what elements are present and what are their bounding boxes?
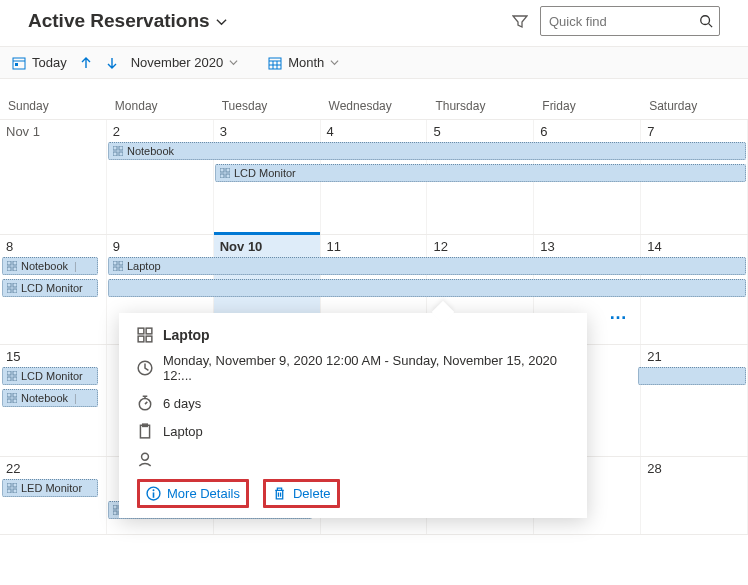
svg-rect-26 (7, 377, 11, 381)
delete-button[interactable]: Delete (263, 479, 340, 508)
event-label: LCD Monitor (234, 167, 296, 179)
svg-rect-28 (7, 393, 11, 397)
svg-rect-21 (119, 261, 123, 265)
grid-icon (7, 261, 17, 271)
svg-rect-5 (119, 146, 123, 150)
view-header: Active Reservations (0, 0, 748, 46)
more-details-label: More Details (167, 486, 240, 501)
calendar-event[interactable]: LED Monitor (2, 479, 98, 497)
event-label: Notebook (127, 145, 174, 157)
grid-icon (7, 483, 17, 493)
search-button[interactable] (696, 11, 716, 31)
today-button[interactable]: Today (12, 55, 67, 70)
event-label: LCD Monitor (21, 370, 83, 382)
weekday-label: Tuesday (214, 99, 321, 113)
calendar-event[interactable]: LCD Monitor (2, 279, 98, 297)
period-selector[interactable]: November 2020 (131, 55, 239, 70)
calendar-event[interactable]: Notebook| (2, 257, 98, 275)
svg-rect-41 (146, 328, 152, 334)
popup-item: Laptop (163, 424, 203, 439)
event-label: LED Monitor (21, 482, 82, 494)
svg-rect-38 (113, 511, 117, 515)
popup-title-row: Laptop (137, 327, 569, 343)
svg-rect-25 (13, 371, 17, 375)
popup-duration-row: 6 days (137, 395, 569, 411)
weekday-label: Sunday (0, 99, 107, 113)
grid-icon (7, 393, 17, 403)
grid-icon (113, 146, 123, 156)
svg-rect-36 (113, 505, 117, 509)
svg-rect-20 (113, 261, 117, 265)
svg-rect-8 (220, 168, 224, 172)
svg-point-50 (153, 489, 155, 491)
day-number: 11 (327, 239, 341, 254)
calendar-event[interactable]: LCD Monitor (2, 367, 98, 385)
calendar-week: Nov 1 2 3 4 5 6 7 Notebook LCD Monitor (0, 120, 748, 235)
info-icon (146, 486, 161, 501)
delete-label: Delete (293, 486, 331, 501)
popup-person-row (137, 451, 569, 467)
popup-time: Monday, November 9, 2020 12:00 AM - Sund… (163, 353, 569, 383)
svg-rect-6 (113, 152, 117, 156)
svg-rect-10 (220, 174, 224, 178)
today-label: Today (32, 55, 67, 70)
svg-rect-31 (13, 399, 17, 403)
popup-item-row: Laptop (137, 423, 569, 439)
calendar-event[interactable]: Laptop (108, 257, 746, 275)
more-events-indicator[interactable]: … (609, 303, 628, 324)
popup-time-row: Monday, November 9, 2020 12:00 AM - Sund… (137, 353, 569, 383)
calendar-event[interactable]: Notebook| (2, 389, 98, 407)
more-details-button[interactable]: More Details (137, 479, 249, 508)
event-label: Notebook (21, 260, 68, 272)
calendar-event[interactable]: LCD Monitor (215, 164, 746, 182)
calendar-toolbar: Today November 2020 Month (0, 46, 748, 79)
calendar-day[interactable]: 2 (107, 120, 214, 234)
calendar-day[interactable]: 28 (641, 457, 748, 534)
day-number: 8 (6, 239, 13, 254)
arrow-down-icon[interactable] (105, 56, 119, 70)
svg-rect-7 (119, 152, 123, 156)
view-title[interactable]: Active Reservations (28, 10, 227, 32)
arrow-up-icon[interactable] (79, 56, 93, 70)
weekday-label: Monday (107, 99, 214, 113)
clipboard-icon (137, 423, 153, 439)
chevron-down-icon (330, 58, 339, 67)
calendar-event[interactable]: Notebook (108, 142, 746, 160)
calendar-day[interactable]: Nov 1 (0, 120, 107, 234)
search-container (540, 6, 720, 36)
day-number: Nov 1 (6, 124, 40, 139)
grid-icon (113, 261, 123, 271)
svg-rect-42 (138, 336, 144, 342)
stopwatch-icon (137, 395, 153, 411)
chevron-down-icon (216, 16, 227, 27)
day-number: 2 (113, 124, 120, 139)
svg-rect-16 (7, 283, 11, 287)
svg-rect-30 (7, 399, 11, 403)
day-number: 12 (433, 239, 447, 254)
filter-icon[interactable] (512, 13, 528, 29)
svg-rect-43 (146, 336, 152, 342)
calendar-day[interactable]: 21 (641, 345, 748, 456)
grid-icon (220, 168, 230, 178)
svg-rect-9 (226, 168, 230, 172)
view-mode-selector[interactable]: Month (268, 55, 339, 70)
day-number: 3 (220, 124, 227, 139)
grid-icon (7, 283, 17, 293)
chevron-down-icon (229, 58, 238, 67)
svg-rect-24 (7, 371, 11, 375)
popup-title: Laptop (163, 327, 210, 343)
calendar-event[interactable] (638, 367, 746, 385)
svg-rect-13 (13, 261, 17, 265)
grid-icon (137, 327, 153, 343)
search-icon (699, 14, 713, 28)
svg-rect-11 (226, 174, 230, 178)
view-mode-label: Month (288, 55, 324, 70)
event-popup: Laptop Monday, November 9, 2020 12:00 AM… (119, 313, 587, 518)
calendar-event[interactable] (108, 279, 746, 297)
day-number: 9 (113, 239, 120, 254)
svg-rect-1 (13, 58, 25, 69)
trash-icon (272, 486, 287, 501)
svg-point-48 (142, 453, 149, 460)
svg-rect-18 (7, 289, 11, 293)
search-input[interactable] (540, 6, 720, 36)
